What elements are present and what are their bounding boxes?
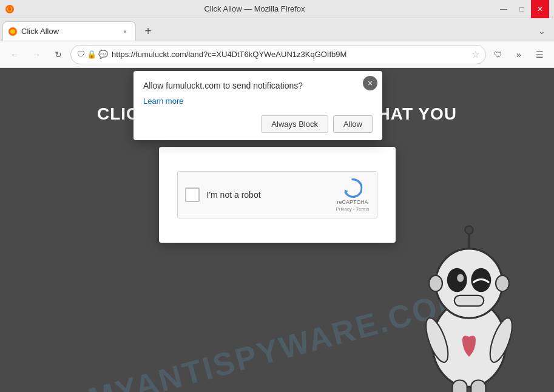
recaptcha-card: I'm not a robot reCAPTCHA Privacy - Term…: [159, 147, 396, 243]
title-bar: Click Allow — Mozilla Firefox — □ ✕: [0, 0, 554, 18]
notification-buttons: Always Block Allow: [143, 115, 373, 133]
notification-permission-icon: 💬: [98, 50, 108, 59]
security-icons: 🛡 🔒 💬: [77, 50, 108, 59]
always-block-button[interactable]: Always Block: [261, 115, 328, 133]
svg-point-8: [457, 274, 464, 282]
bookmark-star-icon[interactable]: ☆: [471, 49, 479, 60]
robot-character: [402, 210, 536, 392]
recaptcha-brand-label: reCAPTCHA: [337, 199, 368, 205]
minimize-button[interactable]: —: [495, 0, 513, 18]
svg-point-10: [465, 226, 473, 234]
svg-rect-13: [454, 296, 484, 306]
window-title: Click Allow — Mozilla Firefox: [19, 4, 490, 13]
recaptcha-logo-icon: [343, 178, 362, 198]
tab-label: Click Allow: [21, 27, 116, 36]
allow-button[interactable]: Allow: [333, 115, 373, 133]
address-bar[interactable]: 🛡 🔒 💬 ☆: [70, 45, 486, 64]
recaptcha-logo-area: reCAPTCHA Privacy - Terms: [336, 178, 370, 212]
menu-button[interactable]: ☰: [530, 45, 549, 64]
browser-window: Click Allow — Mozilla Firefox — □ ✕ Clic…: [0, 0, 554, 392]
page-content: MYANTISPYWARE.COM CLICK «ALLOW» TO CONFI…: [0, 68, 554, 392]
nav-right-buttons: 🛡 » ☰: [488, 45, 549, 64]
recaptcha-label: I'm not a robot: [207, 190, 329, 200]
svg-point-12: [496, 275, 509, 291]
learn-more-link[interactable]: Learn more: [143, 96, 183, 106]
svg-point-6: [447, 268, 467, 292]
maximize-button[interactable]: □: [513, 0, 531, 18]
recaptcha-widget[interactable]: I'm not a robot reCAPTCHA Privacy - Term…: [177, 171, 377, 218]
active-tab[interactable]: Click Allow ×: [2, 21, 136, 41]
back-button[interactable]: ←: [5, 45, 24, 64]
notification-popup: Allow fumuluckt.com to send notification…: [133, 71, 382, 140]
svg-point-5: [436, 249, 502, 318]
svg-rect-17: [471, 380, 485, 393]
shield-icon: 🛡: [77, 50, 85, 59]
recaptcha-checkbox[interactable]: [185, 188, 200, 202]
svg-rect-16: [453, 380, 467, 393]
svg-point-11: [429, 275, 442, 291]
tab-list-button[interactable]: ⌄: [532, 21, 552, 41]
refresh-button[interactable]: ↻: [49, 45, 68, 64]
new-tab-button[interactable]: +: [138, 21, 158, 41]
lock-icon: 🔒: [87, 50, 96, 59]
url-input[interactable]: [112, 50, 468, 59]
notification-close-button[interactable]: ×: [363, 76, 377, 90]
recaptcha-privacy-label: Privacy - Terms: [336, 206, 370, 212]
tab-close-button[interactable]: ×: [120, 26, 130, 37]
tab-favicon-icon: [8, 27, 18, 36]
tab-bar: Click Allow × + ⌄: [0, 18, 554, 41]
extensions-button[interactable]: »: [509, 45, 529, 64]
close-button[interactable]: ✕: [531, 0, 549, 18]
notification-title: Allow fumuluckt.com to send notification…: [143, 81, 373, 90]
window-controls: — □ ✕: [495, 0, 549, 18]
shield-button[interactable]: 🛡: [488, 45, 508, 64]
svg-point-3: [10, 29, 15, 34]
nav-bar: ← → ↻ 🛡 🔒 💬 ☆ 🛡 » ☰: [0, 41, 554, 68]
forward-button[interactable]: →: [27, 45, 46, 64]
firefox-icon: [5, 4, 15, 14]
